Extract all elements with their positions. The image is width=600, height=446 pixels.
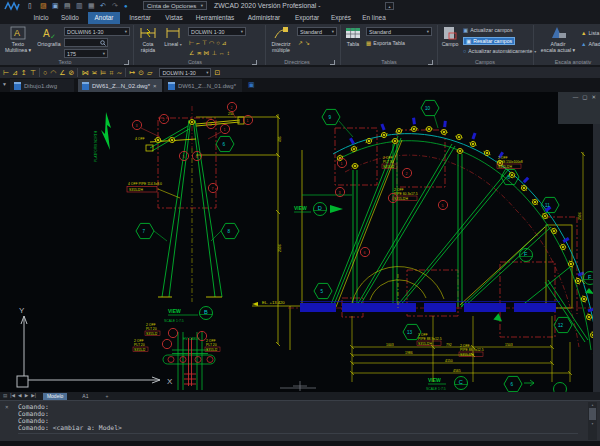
dim-style-combo[interactable]: DOLWIN 1-30▾ [188,27,246,36]
text-style-combo[interactable]: DOLWIN6 1-30▾ [64,27,130,36]
dim-tool-icon[interactable]: ↕ [227,49,230,57]
command-panel[interactable]: × Comando: Comando: Comando: Comando: <c… [0,400,600,441]
toolbar-tool-icon[interactable]: ⌗ [109,67,113,79]
toolbar-tool-icon[interactable]: ↥ [21,67,27,79]
dim-tool-icon[interactable]: ○ [216,39,220,47]
tab-list-chevron-icon[interactable]: ▼ [2,81,7,87]
first-layout-icon[interactable]: |◀ [10,392,15,400]
tab-expres[interactable]: Exprés [327,12,355,24]
doc-tab-dw61-02[interactable]: DW61_Z...N_02.dwg* × [78,79,162,92]
dim-tool-icon[interactable]: ⌐ [196,39,200,47]
save-as-icon[interactable]: ▤ [64,0,72,12]
quick-dim-button[interactable]: Cota rápida [136,26,160,53]
close-tab-icon[interactable]: × [153,83,157,89]
mleader-style-combo[interactable]: Standard▾ [297,27,337,36]
toolbar-tool-icon[interactable]: ◠ [50,67,56,79]
undo-icon[interactable]: ↶ [100,0,107,12]
mtext-button[interactable]: A Texto Multilínea ▾ [3,26,33,53]
preview-icon[interactable]: ▦ [88,0,96,12]
dim-tool-icon[interactable]: ◠ [209,39,214,47]
doc-restore-icon[interactable]: ▢ [582,94,587,124]
toolbar-tool-icon[interactable]: ▱ [147,67,152,79]
toolbar-tool-icon[interactable]: ⊡ [214,67,220,79]
dim-tool-icon[interactable]: ∠ [189,49,194,57]
dim-tool-icon[interactable]: ⊥ [211,49,216,57]
doc-tab-dw61-01[interactable]: DW61_Z...N_01.dwg* [164,79,242,92]
mleader-tool-icon[interactable]: ↗ [298,39,303,47]
toolbar-tool-icon[interactable]: ⊨ [100,67,106,79]
new-file-icon[interactable]: ▯ [28,0,33,12]
dim-tool-icon[interactable]: ⊿ [222,39,227,47]
save-icon[interactable]: ▣ [52,0,60,12]
close-command-icon[interactable]: × [5,403,9,410]
drawing-scrollbar[interactable] [593,92,600,392]
dim-tool-icon[interactable]: ⊢ [189,39,194,47]
tablas-dialog-launcher-icon[interactable] [428,60,433,65]
add-current-scale-button[interactable]: Añadir escala actual ▾ [538,26,578,53]
toolbar-tool-icon[interactable]: ⋈ [81,67,88,79]
online-icon[interactable]: ● [124,0,129,12]
scale-add-button[interactable]: ▲ Añadi [581,41,600,47]
table-button[interactable]: Tabla [342,26,364,47]
texto-dialog-launcher-icon[interactable] [124,60,129,65]
text-height-combo[interactable]: 175▾ [64,49,108,58]
redo-icon[interactable]: ↷ [112,0,119,12]
ribbon-collapse-icon[interactable]: ▴ [385,2,394,10]
dim-tool-icon[interactable]: ≍ [196,49,201,57]
prev-layout-icon[interactable]: ◀ [18,392,22,400]
drawing-canvas[interactable]: PLATFORM NORTH [0,92,600,392]
dim-tool-icon[interactable]: ⊤ [202,39,207,47]
tab-vistas[interactable]: Vistas [160,12,188,24]
command-scrollbar[interactable]: ▴▾ [588,402,597,440]
toolbar-tool-icon[interactable]: ⊢ [3,67,9,79]
tab-a1[interactable]: A1 [78,393,92,400]
tab-anotar[interactable]: Anotar [88,12,120,24]
layout-grid-icon[interactable]: ▤ [3,392,7,400]
tab-exportar[interactable]: Exportar [290,12,324,24]
tab-modelo[interactable]: Modelo [43,393,67,400]
toolbar-tool-icon[interactable]: ∠ [59,67,65,79]
dim-tool-icon[interactable]: ↔ [219,49,225,57]
doc-minimize-icon[interactable]: — [573,94,579,124]
tab-solido[interactable]: Sólido [56,12,84,24]
last-layout-icon[interactable]: ▶| [31,392,36,400]
print-icon[interactable]: ▥ [76,0,84,12]
update-fields-button[interactable]: ▣ Actualizar campos [463,27,513,33]
toolbar-tool-icon[interactable]: ⊤ [30,67,36,79]
toolbar-tool-icon[interactable]: ⊙ [138,67,144,79]
toolbar-tool-icon[interactable]: ⊿ [12,67,18,79]
toolbar-tool-icon[interactable]: ∼ [116,67,122,79]
highlight-fields-button[interactable]: ▣ Resaltar campos [463,37,515,45]
next-layout-icon[interactable]: ▶ [25,392,29,400]
auto-update-button[interactable]: ○ Actualizar automáticamente ▾ [463,48,536,54]
doc-tab-dibujo1[interactable]: Dibujo1.dwg [10,79,74,92]
scale-list-button[interactable]: ▲ Lista d [581,30,600,36]
new-doc-tab-icon[interactable]: ▣ [248,81,255,89]
dim-tool-icon[interactable]: ⋈ [203,49,209,57]
ribbon-mode-combo[interactable]: Cinta de Opciones ▾ [143,1,207,10]
tab-herramientas[interactable]: Herramientas [192,12,238,24]
toolbar-tool-icon[interactable]: ↦ [129,67,135,79]
open-file-icon[interactable]: ▨ [40,0,48,12]
add-layout-button[interactable]: + [101,393,112,400]
tab-insertar[interactable]: Insertar [124,12,156,24]
export-table-button[interactable]: ▦ Exporta Tabla [366,40,405,46]
tab-en-linea[interactable]: En línea [358,12,390,24]
toolbar-dimstyle-combo[interactable]: DOLWIN 1-30▾ [159,68,211,77]
linear-dim-button[interactable]: Lineal ▾ [162,26,184,48]
mleader-button[interactable]: Directriz múltiple [267,26,295,53]
field-label: Campo [442,41,459,47]
directrices-dialog-launcher-icon[interactable] [330,60,335,65]
cotas-dialog-launcher-icon[interactable] [252,60,257,65]
text-search-input[interactable] [64,38,108,47]
tab-administrar[interactable]: Administrar [242,12,286,24]
tab-inicio[interactable]: Inicio [28,12,54,24]
doc-close-icon[interactable]: ✕ [591,94,596,124]
toolbar-tool-icon[interactable]: ⊘ [69,67,75,79]
table-style-combo[interactable]: Standard▾ [366,27,432,36]
toolbar-tool-icon[interactable]: ○ [43,67,47,79]
field-button[interactable]: Campo [440,26,460,47]
mleader-tool-icon[interactable]: ↘ [305,39,310,47]
spellcheck-button[interactable]: A ✓ Ortografía [36,26,62,47]
toolbar-tool-icon[interactable]: ≍ [91,67,97,79]
